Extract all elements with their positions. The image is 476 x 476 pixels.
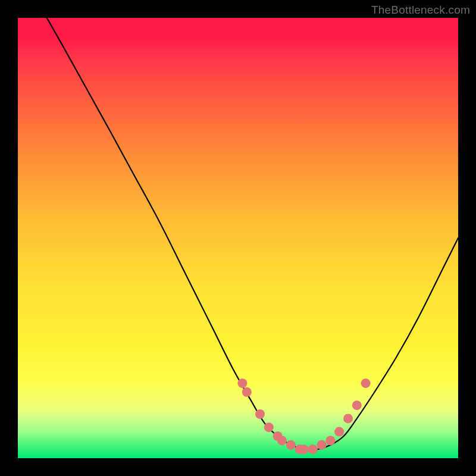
curve-marker [242, 387, 252, 397]
curve-marker [317, 440, 327, 450]
chart-frame: TheBottleneck.com [0, 0, 476, 476]
curve-marker [325, 436, 335, 445]
curve-marker [237, 378, 247, 388]
curve-marker [277, 436, 287, 445]
curve-marker [334, 427, 344, 437]
attribution-text: TheBottleneck.com [371, 4, 470, 17]
curve-marker [255, 409, 265, 419]
curve-marker [343, 414, 353, 423]
curve-marker [264, 422, 274, 432]
curve-marker [361, 378, 371, 388]
curve-marker [286, 440, 296, 450]
curve-markers [237, 378, 370, 454]
curve-marker [352, 400, 362, 410]
curve-marker [299, 444, 309, 454]
plot-svg [18, 18, 458, 458]
bottleneck-curve [18, 18, 458, 450]
plot-area [18, 18, 458, 458]
curve-marker [308, 444, 318, 454]
